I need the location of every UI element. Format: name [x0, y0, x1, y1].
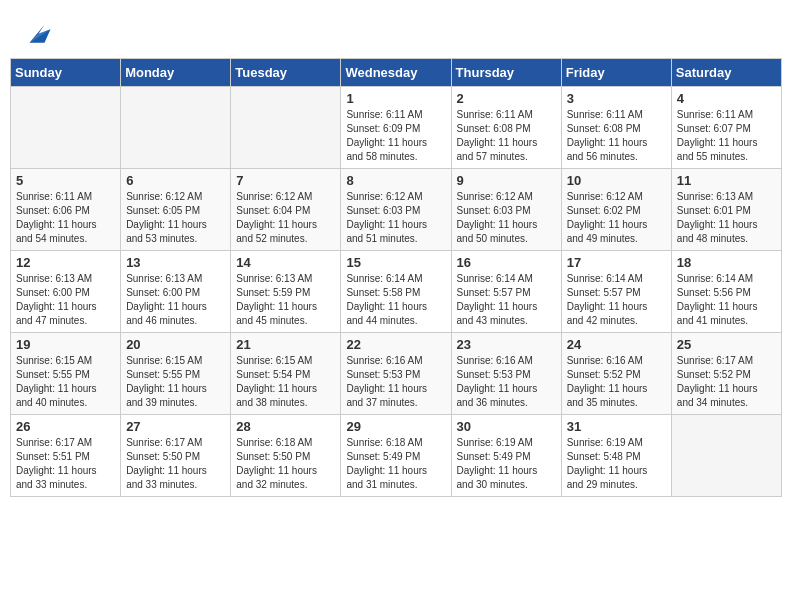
day-info: Sunrise: 6:11 AM Sunset: 6:07 PM Dayligh…: [677, 108, 776, 164]
calendar-cell: 26Sunrise: 6:17 AM Sunset: 5:51 PM Dayli…: [11, 415, 121, 497]
weekday-header-tuesday: Tuesday: [231, 59, 341, 87]
day-info: Sunrise: 6:14 AM Sunset: 5:58 PM Dayligh…: [346, 272, 445, 328]
weekday-header-thursday: Thursday: [451, 59, 561, 87]
day-info: Sunrise: 6:11 AM Sunset: 6:09 PM Dayligh…: [346, 108, 445, 164]
logo: [20, 18, 52, 48]
calendar-cell: 31Sunrise: 6:19 AM Sunset: 5:48 PM Dayli…: [561, 415, 671, 497]
calendar-cell: 21Sunrise: 6:15 AM Sunset: 5:54 PM Dayli…: [231, 333, 341, 415]
day-info: Sunrise: 6:14 AM Sunset: 5:57 PM Dayligh…: [457, 272, 556, 328]
day-info: Sunrise: 6:17 AM Sunset: 5:50 PM Dayligh…: [126, 436, 225, 492]
calendar-cell: 10Sunrise: 6:12 AM Sunset: 6:02 PM Dayli…: [561, 169, 671, 251]
day-info: Sunrise: 6:18 AM Sunset: 5:49 PM Dayligh…: [346, 436, 445, 492]
day-number: 18: [677, 255, 776, 270]
calendar-cell: 27Sunrise: 6:17 AM Sunset: 5:50 PM Dayli…: [121, 415, 231, 497]
weekday-header-row: SundayMondayTuesdayWednesdayThursdayFrid…: [11, 59, 782, 87]
day-info: Sunrise: 6:11 AM Sunset: 6:08 PM Dayligh…: [457, 108, 556, 164]
day-number: 14: [236, 255, 335, 270]
day-info: Sunrise: 6:14 AM Sunset: 5:56 PM Dayligh…: [677, 272, 776, 328]
day-number: 12: [16, 255, 115, 270]
calendar-cell: 24Sunrise: 6:16 AM Sunset: 5:52 PM Dayli…: [561, 333, 671, 415]
day-number: 5: [16, 173, 115, 188]
day-number: 8: [346, 173, 445, 188]
calendar-cell: 25Sunrise: 6:17 AM Sunset: 5:52 PM Dayli…: [671, 333, 781, 415]
calendar-cell: 28Sunrise: 6:18 AM Sunset: 5:50 PM Dayli…: [231, 415, 341, 497]
calendar-cell: [11, 87, 121, 169]
day-info: Sunrise: 6:13 AM Sunset: 5:59 PM Dayligh…: [236, 272, 335, 328]
calendar-cell: 14Sunrise: 6:13 AM Sunset: 5:59 PM Dayli…: [231, 251, 341, 333]
day-info: Sunrise: 6:12 AM Sunset: 6:03 PM Dayligh…: [457, 190, 556, 246]
calendar-cell: 11Sunrise: 6:13 AM Sunset: 6:01 PM Dayli…: [671, 169, 781, 251]
calendar-week-row: 5Sunrise: 6:11 AM Sunset: 6:06 PM Daylig…: [11, 169, 782, 251]
page-header: [10, 10, 782, 52]
calendar-week-row: 26Sunrise: 6:17 AM Sunset: 5:51 PM Dayli…: [11, 415, 782, 497]
day-info: Sunrise: 6:13 AM Sunset: 6:00 PM Dayligh…: [16, 272, 115, 328]
day-number: 28: [236, 419, 335, 434]
day-number: 2: [457, 91, 556, 106]
calendar-cell: 4Sunrise: 6:11 AM Sunset: 6:07 PM Daylig…: [671, 87, 781, 169]
day-info: Sunrise: 6:16 AM Sunset: 5:53 PM Dayligh…: [457, 354, 556, 410]
day-number: 1: [346, 91, 445, 106]
weekday-header-saturday: Saturday: [671, 59, 781, 87]
calendar-cell: 16Sunrise: 6:14 AM Sunset: 5:57 PM Dayli…: [451, 251, 561, 333]
weekday-header-friday: Friday: [561, 59, 671, 87]
calendar-cell: [231, 87, 341, 169]
calendar-cell: 23Sunrise: 6:16 AM Sunset: 5:53 PM Dayli…: [451, 333, 561, 415]
calendar-cell: 20Sunrise: 6:15 AM Sunset: 5:55 PM Dayli…: [121, 333, 231, 415]
day-info: Sunrise: 6:12 AM Sunset: 6:05 PM Dayligh…: [126, 190, 225, 246]
calendar-week-row: 12Sunrise: 6:13 AM Sunset: 6:00 PM Dayli…: [11, 251, 782, 333]
calendar-week-row: 19Sunrise: 6:15 AM Sunset: 5:55 PM Dayli…: [11, 333, 782, 415]
day-number: 6: [126, 173, 225, 188]
day-number: 23: [457, 337, 556, 352]
day-info: Sunrise: 6:13 AM Sunset: 6:00 PM Dayligh…: [126, 272, 225, 328]
day-number: 19: [16, 337, 115, 352]
day-number: 10: [567, 173, 666, 188]
calendar-cell: 9Sunrise: 6:12 AM Sunset: 6:03 PM Daylig…: [451, 169, 561, 251]
day-number: 22: [346, 337, 445, 352]
weekday-header-sunday: Sunday: [11, 59, 121, 87]
calendar-cell: 17Sunrise: 6:14 AM Sunset: 5:57 PM Dayli…: [561, 251, 671, 333]
day-number: 11: [677, 173, 776, 188]
day-info: Sunrise: 6:15 AM Sunset: 5:55 PM Dayligh…: [126, 354, 225, 410]
calendar-cell: 1Sunrise: 6:11 AM Sunset: 6:09 PM Daylig…: [341, 87, 451, 169]
day-number: 26: [16, 419, 115, 434]
calendar-cell: 8Sunrise: 6:12 AM Sunset: 6:03 PM Daylig…: [341, 169, 451, 251]
day-info: Sunrise: 6:15 AM Sunset: 5:54 PM Dayligh…: [236, 354, 335, 410]
day-number: 4: [677, 91, 776, 106]
calendar-cell: 19Sunrise: 6:15 AM Sunset: 5:55 PM Dayli…: [11, 333, 121, 415]
weekday-header-wednesday: Wednesday: [341, 59, 451, 87]
day-number: 30: [457, 419, 556, 434]
calendar-cell: 5Sunrise: 6:11 AM Sunset: 6:06 PM Daylig…: [11, 169, 121, 251]
day-info: Sunrise: 6:13 AM Sunset: 6:01 PM Dayligh…: [677, 190, 776, 246]
calendar-cell: [121, 87, 231, 169]
calendar-cell: 29Sunrise: 6:18 AM Sunset: 5:49 PM Dayli…: [341, 415, 451, 497]
calendar-cell: 22Sunrise: 6:16 AM Sunset: 5:53 PM Dayli…: [341, 333, 451, 415]
day-number: 24: [567, 337, 666, 352]
calendar-cell: 2Sunrise: 6:11 AM Sunset: 6:08 PM Daylig…: [451, 87, 561, 169]
day-info: Sunrise: 6:12 AM Sunset: 6:03 PM Dayligh…: [346, 190, 445, 246]
day-info: Sunrise: 6:11 AM Sunset: 6:08 PM Dayligh…: [567, 108, 666, 164]
day-number: 7: [236, 173, 335, 188]
calendar-cell: 18Sunrise: 6:14 AM Sunset: 5:56 PM Dayli…: [671, 251, 781, 333]
day-info: Sunrise: 6:11 AM Sunset: 6:06 PM Dayligh…: [16, 190, 115, 246]
day-info: Sunrise: 6:17 AM Sunset: 5:52 PM Dayligh…: [677, 354, 776, 410]
day-info: Sunrise: 6:12 AM Sunset: 6:02 PM Dayligh…: [567, 190, 666, 246]
day-number: 21: [236, 337, 335, 352]
calendar-cell: 12Sunrise: 6:13 AM Sunset: 6:00 PM Dayli…: [11, 251, 121, 333]
day-number: 27: [126, 419, 225, 434]
day-number: 17: [567, 255, 666, 270]
calendar-week-row: 1Sunrise: 6:11 AM Sunset: 6:09 PM Daylig…: [11, 87, 782, 169]
day-info: Sunrise: 6:17 AM Sunset: 5:51 PM Dayligh…: [16, 436, 115, 492]
calendar-cell: 13Sunrise: 6:13 AM Sunset: 6:00 PM Dayli…: [121, 251, 231, 333]
logo-icon: [22, 18, 52, 48]
day-info: Sunrise: 6:16 AM Sunset: 5:52 PM Dayligh…: [567, 354, 666, 410]
calendar-cell: [671, 415, 781, 497]
calendar-cell: 30Sunrise: 6:19 AM Sunset: 5:49 PM Dayli…: [451, 415, 561, 497]
day-number: 29: [346, 419, 445, 434]
day-number: 9: [457, 173, 556, 188]
calendar-cell: 3Sunrise: 6:11 AM Sunset: 6:08 PM Daylig…: [561, 87, 671, 169]
day-info: Sunrise: 6:15 AM Sunset: 5:55 PM Dayligh…: [16, 354, 115, 410]
day-info: Sunrise: 6:19 AM Sunset: 5:49 PM Dayligh…: [457, 436, 556, 492]
calendar-cell: 7Sunrise: 6:12 AM Sunset: 6:04 PM Daylig…: [231, 169, 341, 251]
day-info: Sunrise: 6:14 AM Sunset: 5:57 PM Dayligh…: [567, 272, 666, 328]
day-info: Sunrise: 6:19 AM Sunset: 5:48 PM Dayligh…: [567, 436, 666, 492]
